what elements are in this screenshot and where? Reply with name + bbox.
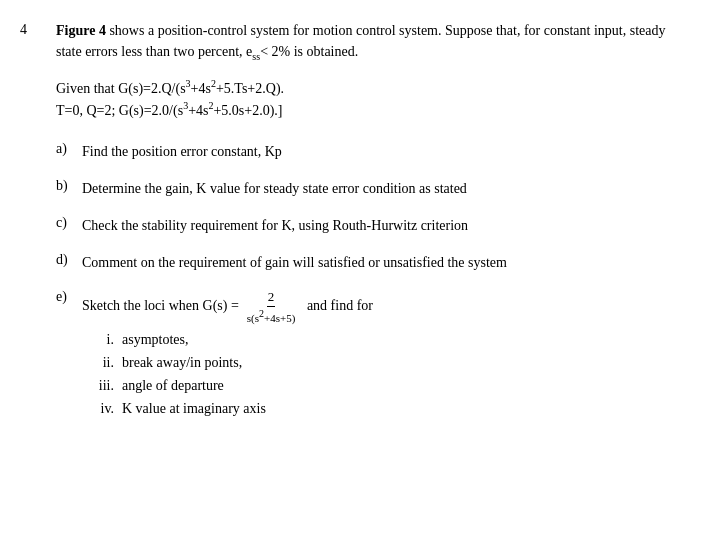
part-c-text: Check the stability requirement for K, u… xyxy=(82,215,673,236)
part-d-text: Comment on the requirement of gain will … xyxy=(82,252,673,273)
part-e: e) Sketch the loci when G(s) = 2 s(s2+4s… xyxy=(56,289,673,421)
question-number: 4 xyxy=(20,20,56,437)
fraction-denominator: s(s2+4s+5) xyxy=(247,307,296,325)
question-intro: Figure 4 shows a position-control system… xyxy=(56,20,673,64)
part-e-main: Sketch the loci when G(s) = 2 s(s2+4s+5)… xyxy=(82,289,673,325)
part-b: b) Determine the gain, K value for stead… xyxy=(56,178,673,199)
sub-text-iv: K value at imaginary axis xyxy=(122,398,673,419)
sub-part-i: i. asymptotes, xyxy=(82,329,673,350)
part-a: a) Find the position error constant, Kp xyxy=(56,141,673,162)
given-line1: Given that G(s)=2.Q/(s3+4s2+5.Ts+2.Q). xyxy=(56,76,673,99)
given-line2: T=0, Q=2; G(s)=2.0/(s3+4s2+5.0s+2.0).] xyxy=(56,98,673,121)
intro-text: shows a position-control system for moti… xyxy=(56,23,665,59)
part-d: d) Comment on the requirement of gain wi… xyxy=(56,252,673,273)
fraction-numerator: 2 xyxy=(267,289,276,307)
gs-fraction: 2 s(s2+4s+5) xyxy=(247,289,296,325)
sub-label-i: i. xyxy=(82,329,122,350)
question-content: Figure 4 shows a position-control system… xyxy=(56,20,673,437)
sub-text-iii: angle of departure xyxy=(122,375,673,396)
sub-part-ii: ii. break away/in points, xyxy=(82,352,673,373)
part-a-label: a) xyxy=(56,141,82,157)
sub-part-iv: iv. K value at imaginary axis xyxy=(82,398,673,419)
sub-label-ii: ii. xyxy=(82,352,122,373)
part-c: c) Check the stability requirement for K… xyxy=(56,215,673,236)
part-a-text: Find the position error constant, Kp xyxy=(82,141,673,162)
part-e-label: e) xyxy=(56,289,82,305)
sub-text-ii: break away/in points, xyxy=(122,352,673,373)
part-b-label: b) xyxy=(56,178,82,194)
part-c-label: c) xyxy=(56,215,82,231)
given-block: Given that G(s)=2.Q/(s3+4s2+5.Ts+2.Q). T… xyxy=(56,76,673,121)
sub-parts: i. asymptotes, ii. break away/in points,… xyxy=(82,329,673,419)
sub-part-iii: iii. angle of departure xyxy=(82,375,673,396)
part-d-label: d) xyxy=(56,252,82,268)
figure-label: Figure 4 xyxy=(56,23,106,38)
ess-subscript: ss xyxy=(252,51,260,62)
part-b-text: Determine the gain, K value for steady s… xyxy=(82,178,673,199)
part-e-text: Sketch the loci when G(s) = 2 s(s2+4s+5)… xyxy=(82,289,673,421)
sub-label-iv: iv. xyxy=(82,398,122,419)
sub-label-iii: iii. xyxy=(82,375,122,396)
sub-text-i: asymptotes, xyxy=(122,329,673,350)
question-container: 4 Figure 4 shows a position-control syst… xyxy=(20,20,673,437)
